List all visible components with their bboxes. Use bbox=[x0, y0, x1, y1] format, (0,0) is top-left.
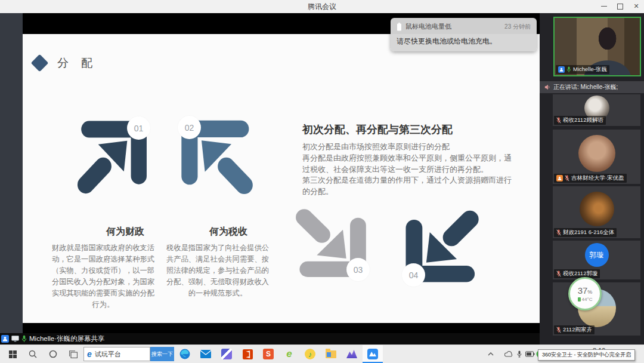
participant-name: 财政2191 6-216全体 bbox=[563, 229, 614, 236]
360-tooltip: 360安全卫士 - 安全防护中心完全开启 bbox=[538, 349, 635, 361]
360-tooltip-text: 360安全卫士 - 安全防护中心完全开启 bbox=[542, 351, 631, 359]
taskbar-search-input[interactable]: e 试玩平台 bbox=[83, 347, 150, 361]
distribution-title: 初次分配、再分配与第三次分配 bbox=[302, 122, 453, 137]
start-button[interactable] bbox=[2, 345, 23, 363]
taskbar-app-explorer[interactable] bbox=[321, 345, 341, 363]
restore-icon bbox=[617, 4, 623, 10]
percent-sign: % bbox=[587, 289, 592, 295]
windows-logo-icon bbox=[9, 350, 17, 358]
battery-icon bbox=[397, 23, 402, 31]
avatar bbox=[580, 192, 614, 226]
microphone-on-icon bbox=[21, 335, 27, 343]
share-bar-label: Michelle·张巍的屏幕共享 bbox=[29, 334, 105, 343]
tax-heading: 何为税收 bbox=[209, 226, 247, 238]
microphone-muted-icon bbox=[556, 327, 561, 333]
taskbar-app-edge[interactable] bbox=[175, 345, 195, 363]
screen-share-region: 分 配 01 bbox=[0, 13, 540, 333]
participants-sidebar: Michelle-张巍 正在讲话: Michelle-张巍; 税收2112顾解语 bbox=[540, 13, 644, 344]
taskbar-search-button[interactable] bbox=[23, 345, 43, 363]
video-tile-participant[interactable]: 税收2112顾解语 bbox=[553, 94, 640, 126]
qq-music-icon: ♪ bbox=[305, 349, 315, 359]
arrow-02-graphic: 02 bbox=[176, 115, 257, 199]
ie-green-icon: e bbox=[286, 348, 292, 360]
tray-onedrive[interactable] bbox=[503, 345, 514, 363]
video-tile-michelle[interactable]: Michelle-张巍 bbox=[553, 17, 641, 76]
participant-name: 2112阎家卉 bbox=[563, 326, 592, 334]
slide-title: 分 配 bbox=[57, 56, 97, 71]
cortana-button[interactable] bbox=[43, 345, 63, 363]
taskbar-app-office[interactable] bbox=[237, 345, 258, 363]
minimize-button[interactable] bbox=[596, 0, 612, 13]
task-view-icon bbox=[69, 350, 78, 358]
s-app-icon: S bbox=[263, 349, 274, 359]
tray-expand-button[interactable] bbox=[485, 345, 496, 363]
speaking-banner-label: 正在讲话: Michelle-张巍; bbox=[553, 83, 618, 91]
arrow-04-number: 04 bbox=[402, 263, 425, 287]
speaking-banner: 正在讲话: Michelle-张巍; bbox=[540, 81, 644, 93]
distribution-line: 初次分配是由市场按照效率原则进行的分配 bbox=[302, 141, 512, 153]
toast-body: 请尽快更换电池或给电池充电。 bbox=[397, 36, 497, 47]
toast-title: 鼠标电池电量低 bbox=[405, 22, 451, 31]
microphone-muted-icon bbox=[556, 117, 561, 124]
microphone-tray-icon bbox=[517, 350, 522, 358]
arrow-01-graphic: 01 bbox=[73, 115, 152, 199]
arrow-03-number: 03 bbox=[346, 258, 370, 281]
restore-button[interactable] bbox=[612, 0, 628, 13]
toast-time: 23 分钟前 bbox=[504, 23, 531, 31]
file-explorer-icon bbox=[326, 350, 336, 358]
monitor-icon bbox=[11, 336, 19, 342]
search-go-button[interactable]: 搜索一下 bbox=[150, 347, 174, 361]
minimize-icon bbox=[601, 6, 607, 7]
distribution-line: 过税收、社会保障支出等这一收一支所进行的再分配。 bbox=[302, 164, 512, 176]
video-tile-participant[interactable]: 财政2191 6-216全体 bbox=[553, 186, 640, 238]
temperature: 44°C bbox=[582, 297, 593, 302]
avatar-initials: 郭璇 bbox=[585, 243, 609, 267]
diamond-icon bbox=[33, 57, 46, 69]
screen-share-bar: Michelle·张巍的屏幕共享 bbox=[0, 333, 540, 344]
video-tile-participant[interactable]: 郭璇 税收2112郭璇 bbox=[553, 241, 640, 279]
participant-name: Michelle-张巍 bbox=[573, 66, 607, 73]
presenter-icon bbox=[1, 335, 9, 343]
arrow-01-number: 01 bbox=[127, 116, 150, 140]
presenter-left-strip bbox=[0, 13, 23, 333]
taskbar-app-ie[interactable]: e bbox=[279, 345, 299, 363]
distribution-line: 第三次分配是在道德力量的作用下，通过个人资源捐赠而进行 bbox=[302, 175, 512, 186]
tray-battery[interactable] bbox=[524, 345, 536, 363]
mail-icon bbox=[200, 350, 211, 358]
taskbar-app-s[interactable]: S bbox=[258, 345, 278, 363]
taskbar-app-qqmusic[interactable]: ♪ bbox=[300, 345, 320, 363]
finance-heading: 何为财政 bbox=[106, 226, 144, 238]
cortana-icon bbox=[49, 350, 57, 358]
microphone-muted-icon bbox=[556, 229, 561, 236]
taskbar-app-mountain[interactable] bbox=[342, 345, 362, 363]
taskbar-app-purple[interactable] bbox=[216, 345, 237, 363]
performance-ball[interactable]: 37% 44°C bbox=[568, 277, 602, 310]
hand-raised-icon bbox=[556, 175, 563, 182]
chevron-up-icon bbox=[488, 352, 494, 356]
distribution-line: 再分配是由政府按照兼顾效率和公平原则，侧重公平原则，通 bbox=[302, 153, 512, 164]
distribution-body: 初次分配是由市场按照效率原则进行的分配 再分配是由政府按照兼顾效率和公平原则，侧… bbox=[302, 141, 512, 198]
tencent-meeting-icon bbox=[367, 349, 378, 359]
battery-tray-icon bbox=[525, 351, 535, 357]
browser-e-icon: e bbox=[87, 350, 92, 358]
arrow-03-graphic: 03 bbox=[292, 204, 371, 282]
battery-notification-toast[interactable]: 鼠标电池电量低 23 分钟前 请尽快更换电池或给电池充电。 bbox=[391, 18, 537, 51]
close-button[interactable]: ✕ bbox=[628, 0, 644, 13]
close-icon: ✕ bbox=[633, 2, 639, 10]
task-view-button[interactable] bbox=[63, 345, 83, 363]
office-icon bbox=[243, 349, 253, 359]
search-input-text: 试玩平台 bbox=[95, 350, 121, 359]
window-titlebar: 腾讯会议 ✕ bbox=[0, 0, 644, 14]
microphone-on-icon bbox=[566, 66, 571, 73]
taskbar-app-tencent-meeting[interactable] bbox=[363, 345, 383, 363]
tencent-meeting-window: 腾讯会议 ✕ 分 配 01 bbox=[0, 0, 644, 363]
arrow-02-number: 02 bbox=[178, 116, 201, 139]
microphone-muted-icon bbox=[556, 270, 561, 277]
finance-body: 财政就是指国家或政府的收支活动，它是一国政府选择某种形式（实物、力役或货币），以… bbox=[49, 242, 157, 310]
speaker-icon bbox=[544, 84, 550, 90]
video-tile-participant[interactable]: 吉林财经大学·宋优盈 bbox=[553, 130, 640, 184]
tax-body: 税收是指国家为了向社会提供公共产品、满足社会共同需要、按照法律的规定，参与社会产… bbox=[164, 242, 271, 299]
taskbar-app-mail[interactable] bbox=[196, 345, 216, 363]
host-icon bbox=[558, 66, 565, 73]
tray-microphone[interactable] bbox=[515, 345, 524, 363]
